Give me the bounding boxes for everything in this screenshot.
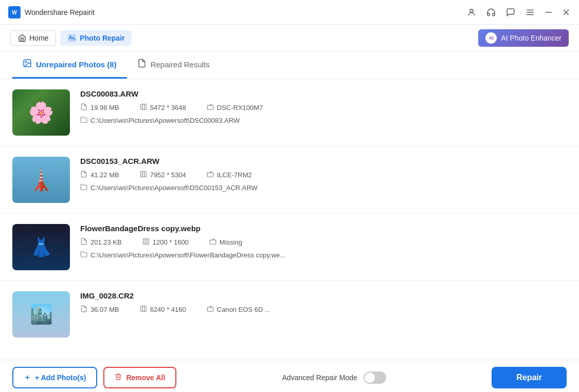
svg-point-2 (470, 9, 473, 12)
repaired-icon (137, 59, 147, 70)
photo-device-4: Canon EOS 6D ... (207, 305, 270, 314)
photo-size-2: 41.22 MB (80, 171, 119, 179)
svg-rect-25 (140, 306, 146, 312)
photo-device-3: Missing (209, 238, 242, 247)
tab-repaired[interactable]: Repaired Results (127, 51, 220, 79)
svg-rect-28 (207, 307, 213, 311)
svg-rect-17 (140, 172, 146, 177)
tab-repaired-label: Repaired Results (151, 60, 210, 69)
headphone-icon[interactable] (485, 7, 497, 18)
file-icon-4 (80, 305, 87, 314)
photo-dims-1: 5472 * 3648 (140, 103, 186, 112)
home-label: Home (29, 34, 48, 42)
navbar-left: Home Photo Repair (10, 30, 132, 46)
add-label: + Add Photo(s) (35, 374, 86, 382)
remove-label: Remove All (126, 374, 165, 382)
chat-icon[interactable] (505, 7, 516, 18)
photo-device-2: ILCE-7RM2 (207, 171, 252, 179)
photo-size-1: 19.98 MB (80, 103, 119, 112)
photo-repair-nav-label: Photo Repair (80, 34, 124, 42)
table-row: 👗 FlowerBandageDress copy.webp 201.23 KB… (0, 214, 579, 281)
ai-enhancer-label: AI Photo Enhancer (501, 34, 562, 42)
trash-icon (115, 373, 122, 382)
navbar: Home Photo Repair AI AI Photo Enhancer (0, 25, 579, 51)
table-row: 🗼 DSC00153_ACR.ARW 41.22 MB 7952 * 5304 (0, 146, 579, 214)
photo-name-2: DSC00153_ACR.ARW (80, 157, 567, 165)
table-row: 🏙️ IMG_0028.CR2 36.07 MB 6240 * 4160 (0, 281, 579, 359)
svg-rect-21 (143, 239, 149, 245)
device-icon-4 (207, 305, 214, 314)
svg-point-12 (25, 61, 26, 62)
photo-repair-icon (67, 33, 77, 43)
repair-button[interactable]: Repair (492, 367, 567, 388)
dims-icon-3 (142, 238, 150, 247)
dims-icon-4 (140, 305, 147, 314)
add-icon: ＋ (24, 373, 31, 382)
repair-mode-area: Advanced Repair Mode (282, 371, 386, 384)
app-icon: W (8, 6, 21, 18)
home-button[interactable]: Home (10, 30, 56, 46)
file-icon-2 (80, 171, 87, 179)
svg-rect-13 (140, 104, 146, 110)
tab-unrepaired-label: Unrepaired Photos (8) (36, 60, 117, 69)
photo-thumbnail-3: 👗 (12, 224, 70, 270)
repair-label: Repair (516, 373, 542, 382)
photo-path-1: C:\Users\ws\Pictures\Apowersoft\DSC00083… (80, 116, 567, 125)
photo-dims-4: 6240 * 4160 (140, 305, 186, 314)
svg-rect-24 (210, 240, 216, 244)
photo-info-3: FlowerBandageDress copy.webp 201.23 KB 1… (80, 224, 567, 259)
device-icon-1 (207, 103, 214, 112)
folder-icon-1 (80, 116, 87, 125)
photo-path-3: C:\Users\ws\Pictures\Apowersoft\FlowerBa… (80, 251, 567, 259)
bottom-bar: ＋ + Add Photo(s) Remove All Advanced Rep… (0, 360, 579, 392)
user-icon[interactable] (466, 7, 477, 18)
minimize-button[interactable] (544, 8, 553, 17)
home-icon (18, 34, 26, 42)
photo-info-1: DSC00083.ARW 19.98 MB 5472 * 3648 (80, 89, 567, 125)
photo-path-2: C:\Users\ws\Pictures\Apowersoft\DSC00153… (80, 183, 567, 192)
photo-list: DSC00083.ARW 19.98 MB 5472 * 3648 (0, 79, 579, 360)
remove-all-button[interactable]: Remove All (103, 367, 176, 388)
titlebar: W Wondershare Repairit (0, 0, 579, 25)
dims-icon-1 (140, 103, 147, 112)
photo-meta-1: 19.98 MB 5472 * 3648 DSC-RX100M7 (80, 103, 567, 112)
repair-mode-toggle[interactable] (364, 371, 386, 384)
photo-meta-3: 201.23 KB 1200 * 1600 Missing (80, 238, 567, 247)
photo-dims-2: 7952 * 5304 (140, 171, 186, 179)
titlebar-controls (466, 7, 571, 18)
svg-rect-16 (207, 105, 213, 109)
repair-mode-label: Advanced Repair Mode (282, 374, 357, 382)
photo-info-2: DSC00153_ACR.ARW 41.22 MB 7952 * 5304 (80, 157, 567, 192)
ai-enhancer-button[interactable]: AI AI Photo Enhancer (478, 29, 569, 47)
dims-icon-2 (140, 171, 147, 179)
photo-size-4: 36.07 MB (80, 305, 119, 314)
photo-name-4: IMG_0028.CR2 (80, 291, 567, 300)
table-row: DSC00083.ARW 19.98 MB 5472 * 3648 (0, 79, 579, 146)
tab-unrepaired[interactable]: Unrepaired Photos (8) (12, 51, 127, 79)
menu-icon[interactable] (524, 7, 536, 18)
device-icon-2 (207, 171, 214, 179)
tabs-bar: Unrepaired Photos (8) Repaired Results (0, 51, 579, 79)
app-title: Wondershare Repairit (25, 8, 95, 16)
photo-meta-2: 41.22 MB 7952 * 5304 ILCE-7RM2 (80, 171, 567, 179)
folder-icon-2 (80, 183, 87, 192)
photo-thumbnail-1 (12, 89, 70, 136)
photo-name-3: FlowerBandageDress copy.webp (80, 224, 567, 233)
photo-meta-4: 36.07 MB 6240 * 4160 Canon EOS 6D ... (80, 305, 567, 314)
folder-icon-3 (80, 251, 87, 259)
ai-badge: AI (485, 32, 497, 44)
close-button[interactable] (562, 8, 571, 17)
photo-thumbnail-2: 🗼 (12, 157, 70, 203)
svg-text:W: W (12, 10, 17, 15)
left-buttons: ＋ + Add Photo(s) Remove All (12, 367, 176, 388)
svg-rect-20 (207, 173, 213, 177)
unrepaired-icon (23, 59, 32, 70)
device-icon-3 (209, 238, 216, 247)
photo-size-3: 201.23 KB (80, 238, 122, 247)
file-icon-1 (80, 103, 87, 112)
photo-thumbnail-4: 🏙️ (12, 291, 70, 338)
photo-repair-nav-button[interactable]: Photo Repair (60, 30, 132, 46)
photo-dims-3: 1200 * 1600 (142, 238, 189, 247)
photo-info-4: IMG_0028.CR2 36.07 MB 6240 * 4160 (80, 291, 567, 318)
add-photos-button[interactable]: ＋ + Add Photo(s) (12, 367, 97, 388)
